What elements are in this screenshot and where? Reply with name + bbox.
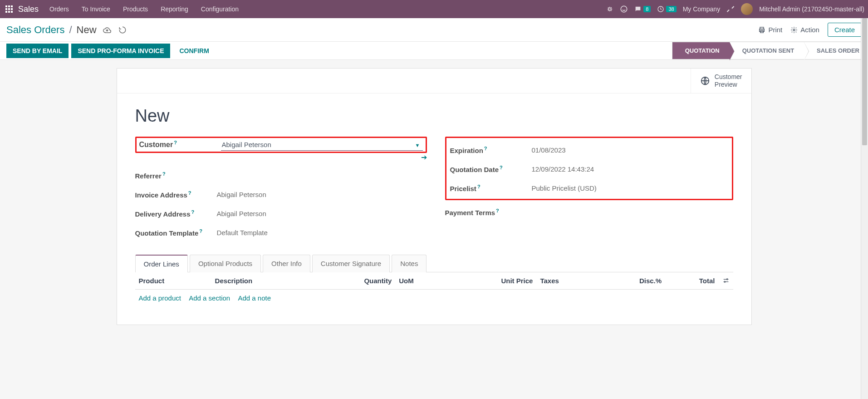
- tab-customer-signature[interactable]: Customer Signature: [312, 255, 390, 272]
- label-quotation-template: Quotation Template?: [135, 228, 217, 237]
- tab-optional-products[interactable]: Optional Products: [190, 255, 261, 272]
- tab-order-lines[interactable]: Order Lines: [135, 255, 188, 272]
- th-product[interactable]: Product: [135, 272, 211, 290]
- create-button[interactable]: Create: [828, 23, 862, 37]
- button-box: Customer Preview: [117, 69, 751, 94]
- apps-icon[interactable]: [4, 4, 15, 15]
- help-icon[interactable]: ?: [496, 208, 499, 213]
- th-taxes[interactable]: Taxes: [536, 272, 597, 290]
- tab-notes[interactable]: Notes: [392, 255, 427, 272]
- svg-rect-3: [5, 8, 7, 10]
- th-description[interactable]: Description: [211, 272, 315, 290]
- label-delivery-address: Delivery Address?: [135, 209, 217, 218]
- send-email-button[interactable]: SEND BY EMAIL: [6, 44, 69, 58]
- add-section-link[interactable]: Add a section: [189, 294, 230, 302]
- globe-icon: [700, 76, 710, 86]
- nav-to-invoice[interactable]: To Invoice: [82, 5, 110, 13]
- help-icon[interactable]: ?: [162, 171, 166, 177]
- delivery-address-value[interactable]: Abigail Peterson: [217, 210, 427, 217]
- form-right-col: Expiration? 01/08/2023 Quotation Date? 1…: [445, 137, 733, 242]
- nav-products[interactable]: Products: [123, 5, 148, 13]
- discard-icon[interactable]: [118, 26, 127, 34]
- breadcrumb-parent[interactable]: Sales Orders: [6, 24, 64, 36]
- tabs: Order Lines Optional Products Other Info…: [135, 254, 733, 272]
- svg-rect-8: [11, 11, 13, 13]
- scrollbar[interactable]: [861, 18, 868, 333]
- label-pricelist: Pricelist?: [450, 184, 532, 192]
- label-invoice-address: Invoice Address?: [135, 190, 217, 199]
- svg-rect-6: [5, 11, 7, 13]
- stage-quotation[interactable]: QUOTATION: [672, 42, 730, 59]
- breadcrumb-current: New: [77, 24, 97, 36]
- svg-point-18: [724, 281, 726, 282]
- help-icon[interactable]: ?: [477, 184, 481, 189]
- help-icon[interactable]: ?: [199, 228, 202, 234]
- action-label: Action: [800, 26, 819, 34]
- svg-rect-2: [11, 5, 13, 7]
- svg-rect-1: [8, 5, 10, 7]
- th-unit-price[interactable]: Unit Price: [446, 272, 536, 290]
- th-disc[interactable]: Disc.%: [597, 272, 665, 290]
- customer-preview-button[interactable]: Customer Preview: [691, 69, 751, 93]
- breadcrumb: Sales Orders / New: [6, 24, 97, 36]
- svg-point-15: [793, 29, 795, 31]
- label-quotation-date: Quotation Date?: [450, 165, 532, 173]
- save-icon[interactable]: [103, 26, 111, 34]
- help-icon[interactable]: ?: [188, 190, 191, 196]
- status-stages: QUOTATION QUOTATION SENT SALES ORDER: [672, 42, 868, 59]
- customer-input-wrap: ▼: [221, 139, 423, 151]
- quotation-date-value[interactable]: 12/09/2022 14:43:24: [532, 165, 728, 173]
- expiration-value[interactable]: 01/08/2023: [532, 146, 728, 154]
- support-icon[interactable]: [620, 5, 628, 13]
- nav-orders[interactable]: Orders: [49, 5, 69, 13]
- customer-input[interactable]: [221, 139, 423, 151]
- app-brand[interactable]: Sales: [18, 5, 39, 14]
- customer-preview-l2: Preview: [715, 81, 742, 89]
- stage-sales-order[interactable]: SALES ORDER: [804, 42, 868, 59]
- activities-icon[interactable]: 38: [657, 5, 676, 13]
- nav-configuration[interactable]: Configuration: [201, 5, 239, 13]
- debug-icon[interactable]: [606, 5, 613, 13]
- send-proforma-button[interactable]: SEND PRO-FORMA INVOICE: [71, 44, 170, 58]
- messages-badge: 8: [643, 6, 651, 12]
- help-icon[interactable]: ?: [174, 140, 177, 145]
- help-icon[interactable]: ?: [500, 165, 503, 170]
- label-payment-terms: Payment Terms?: [445, 208, 527, 217]
- th-total[interactable]: Total: [665, 272, 718, 290]
- form-left-col: Customer? ▼ ➔ Referrer?: [135, 137, 427, 242]
- quotation-template-value[interactable]: Default Template: [217, 229, 427, 236]
- table-row: Add a product Add a section Add a note: [135, 289, 733, 306]
- tab-other-info[interactable]: Other Info: [263, 255, 310, 272]
- company-switcher[interactable]: My Company: [683, 5, 720, 13]
- confirm-button[interactable]: CONFIRM: [173, 44, 215, 58]
- avatar[interactable]: [741, 3, 753, 15]
- action-button[interactable]: Action: [790, 26, 819, 34]
- user-menu[interactable]: Mitchell Admin (21702450-master-all): [759, 5, 864, 13]
- breadcrumb-sep: /: [69, 24, 72, 36]
- external-link-icon[interactable]: ➔: [421, 153, 427, 162]
- add-product-link[interactable]: Add a product: [139, 294, 181, 302]
- print-button[interactable]: Print: [758, 26, 782, 34]
- pricelist-value[interactable]: Public Pricelist (USD): [532, 184, 728, 192]
- tools-icon[interactable]: [726, 5, 735, 13]
- sliders-icon: [722, 277, 730, 284]
- help-icon[interactable]: ?: [484, 146, 487, 151]
- print-label: Print: [768, 26, 782, 34]
- th-uom[interactable]: UoM: [395, 272, 446, 290]
- svg-rect-5: [11, 8, 13, 10]
- nav-items: Orders To Invoice Products Reporting Con…: [49, 5, 239, 13]
- help-icon[interactable]: ?: [191, 209, 195, 215]
- invoice-address-value[interactable]: Abigail Peterson: [217, 191, 427, 198]
- th-settings[interactable]: [719, 272, 733, 290]
- nav-reporting[interactable]: Reporting: [161, 5, 188, 13]
- svg-rect-0: [5, 5, 7, 7]
- svg-point-17: [726, 279, 728, 280]
- customer-preview-l1: Customer: [715, 73, 742, 81]
- label-expiration: Expiration?: [450, 146, 532, 154]
- th-quantity[interactable]: Quantity: [315, 272, 396, 290]
- svg-point-10: [621, 6, 628, 12]
- messages-icon[interactable]: 8: [634, 5, 651, 13]
- stage-quotation-sent[interactable]: QUOTATION SENT: [730, 42, 804, 59]
- add-note-link[interactable]: Add a note: [238, 294, 271, 302]
- top-nav: Sales Orders To Invoice Products Reporti…: [0, 0, 868, 18]
